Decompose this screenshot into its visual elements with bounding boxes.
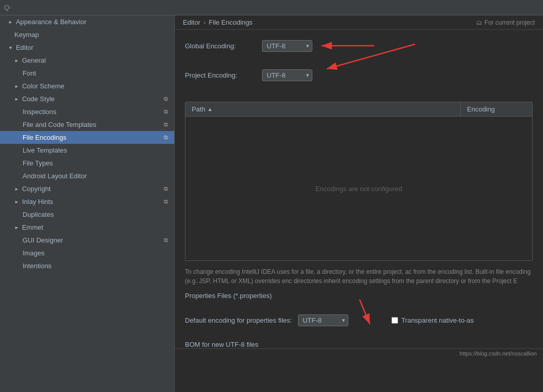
expand-icon-code-style: ► [14, 97, 19, 102]
properties-section: Properties Files (*.properties) Default … [185, 292, 533, 348]
sidebar-item-font[interactable]: Font [0, 67, 174, 80]
expand-icon-editor: ▼ [8, 45, 13, 50]
sidebar-label-file-encodings: File Encodings [23, 134, 66, 141]
sidebar-label-file-code-templates: File and Code Templates [23, 121, 97, 128]
breadcrumb-editor[interactable]: Editor [183, 18, 200, 26]
project-encoding-select[interactable]: UTF-8 ISO-8859-1 UTF-16 [262, 69, 312, 81]
properties-default-label: Default encoding for properties files: [185, 316, 292, 324]
properties-encoding-select[interactable]: UTF-8 ISO-8859-1 [298, 314, 348, 326]
sidebar-label-copyright: Copyright [22, 185, 51, 193]
for-project-label: For current project [484, 19, 535, 26]
project-encoding-row: Project Encoding: UTF-8 ISO-8859-1 UTF-1… [185, 60, 533, 90]
copy-icon-copyright: ⧉ [164, 185, 168, 192]
sidebar-label-appearance: Appearance & Behavior [16, 18, 86, 26]
bottom-url-bar: https://blog.csdn.net/noscallion [175, 348, 543, 358]
copy-icon-file-encodings: ⧉ [164, 134, 168, 141]
breadcrumb-file-encodings: File Encodings [209, 18, 252, 26]
transparent-checkbox[interactable] [391, 317, 398, 324]
sidebar-item-inspections[interactable]: Inspections ⧉ [0, 105, 174, 118]
table-header: Path ▲ Encoding [185, 102, 532, 117]
search-icon[interactable]: Q- [4, 4, 11, 11]
empty-message: Encodings are not configured [315, 185, 402, 193]
sidebar-label-emmet: Emmet [22, 223, 43, 231]
sidebar-item-code-style[interactable]: ► Code Style ⧉ [0, 92, 174, 105]
sidebar-label-editor: Editor [16, 44, 33, 51]
sidebar-item-intentions[interactable]: Intentions [0, 259, 174, 272]
properties-row: Default encoding for properties files: U… [185, 305, 533, 335]
sidebar-label-android-layout: Android Layout Editor [23, 172, 87, 180]
sidebar-label-font: Font [23, 69, 36, 77]
sidebar-label-gui-designer: GUI Designer [23, 236, 63, 244]
table-body: Encodings are not configured [185, 117, 532, 260]
bottom-url: https://blog.csdn.net/noscallion [460, 350, 537, 357]
expand-icon-general: ► [14, 58, 19, 63]
sidebar-item-emmet[interactable]: ► Emmet [0, 221, 174, 234]
global-encoding-label: Global Encoding: [185, 42, 257, 50]
expand-icon-inlay-hints: ► [14, 199, 19, 204]
sidebar-item-color-scheme[interactable]: ► Color Scheme [0, 80, 174, 92]
breadcrumb-separator: › [203, 18, 205, 26]
global-encoding-select-wrap: UTF-8 ISO-8859-1 UTF-16 [262, 40, 312, 52]
copy-icon-gui-designer: ⧉ [164, 237, 168, 244]
sidebar-item-file-types[interactable]: File Types [0, 157, 174, 170]
info-text: To change encoding IntelliJ IDEA uses fo… [185, 267, 533, 286]
sidebar-label-live-templates: Live Templates [23, 146, 67, 154]
properties-encoding-select-wrap: UTF-8 ISO-8859-1 [298, 314, 348, 326]
sidebar-item-file-encodings[interactable]: File Encodings ⧉ [0, 131, 174, 144]
project-icon: 🗂 [476, 19, 482, 26]
copy-icon-code-style: ⧉ [164, 96, 168, 102]
col-encoding-label: Encoding [467, 105, 495, 113]
sidebar-label-keymap: Keymap [14, 31, 39, 39]
col-path-header[interactable]: Path ▲ [185, 102, 460, 116]
sidebar-item-live-templates[interactable]: Live Templates [0, 144, 174, 157]
project-encoding-label: Project Encoding: [185, 71, 257, 79]
copy-icon-inspections: ⧉ [164, 108, 168, 115]
encoding-table: Path ▲ Encoding Encodings are not config… [185, 102, 533, 261]
red-arrow-project [323, 44, 425, 75]
sidebar-item-general[interactable]: ► General [0, 54, 174, 67]
content-inner: Editor › File Encodings 🗂 For current pr… [175, 15, 543, 392]
sidebar-label-images: Images [23, 249, 45, 257]
sidebar-item-images[interactable]: Images [0, 247, 174, 259]
copy-icon-inlay-hints: ⧉ [164, 198, 168, 205]
sidebar-item-inlay-hints[interactable]: ► Inlay Hints ⧉ [0, 195, 174, 208]
encoding-rows-container: Global Encoding: UTF-8 ISO-8859-1 UTF-16 [175, 30, 543, 102]
sidebar-item-appearance[interactable]: ► Appearance & Behavior [0, 15, 174, 28]
bom-row: BOM for new UTF-8 files [185, 341, 533, 348]
sidebar-item-copyright[interactable]: ► Copyright ⧉ [0, 182, 174, 195]
sidebar-item-gui-designer[interactable]: GUI Designer ⧉ [0, 234, 174, 247]
sidebar-item-keymap[interactable]: Keymap [0, 28, 174, 41]
for-current-project: 🗂 For current project [476, 19, 535, 26]
col-encoding-header[interactable]: Encoding [460, 102, 532, 116]
encoding-form: Global Encoding: UTF-8 ISO-8859-1 UTF-16 [175, 30, 543, 102]
properties-title: Properties Files (*.properties) [185, 292, 533, 300]
global-encoding-select[interactable]: UTF-8 ISO-8859-1 UTF-16 [262, 40, 312, 52]
sidebar: ► Appearance & Behavior Keymap ▼ Editor … [0, 15, 175, 392]
copy-icon-file-code-templates: ⧉ [164, 121, 168, 128]
col-path-label: Path [192, 105, 205, 113]
sidebar-label-inspections: Inspections [23, 108, 57, 116]
search-icon-wrap: Q- [4, 4, 11, 11]
breadcrumb: Editor › File Encodings 🗂 For current pr… [175, 15, 543, 30]
sidebar-label-inlay-hints: Inlay Hints [22, 198, 53, 206]
sidebar-item-file-code-templates[interactable]: File and Code Templates ⧉ [0, 118, 174, 131]
sidebar-label-duplicates: Duplicates [23, 211, 54, 218]
red-arrow-properties [354, 300, 385, 330]
top-search-bar: Q- [0, 0, 543, 15]
sidebar-label-color-scheme: Color Scheme [22, 82, 64, 90]
sidebar-label-file-types: File Types [23, 159, 53, 167]
bom-label: BOM for new UTF-8 files [185, 341, 258, 348]
sidebar-item-editor[interactable]: ▼ Editor [0, 41, 174, 54]
sort-icon: ▲ [208, 106, 213, 112]
sidebar-label-code-style: Code Style [22, 95, 55, 103]
expand-icon-copyright: ► [14, 186, 19, 192]
transparent-label: Transparent native-to-as [401, 316, 474, 324]
transparent-checkbox-wrap: Transparent native-to-as [391, 316, 474, 324]
content-panel: Editor › File Encodings 🗂 For current pr… [175, 15, 543, 392]
sidebar-item-android-layout[interactable]: Android Layout Editor [0, 170, 174, 182]
sidebar-item-duplicates[interactable]: Duplicates [0, 208, 174, 221]
expand-icon-emmet: ► [14, 225, 19, 230]
expand-icon-color-scheme: ► [14, 84, 19, 89]
sidebar-label-intentions: Intentions [23, 262, 51, 270]
svg-line-3 [327, 44, 415, 69]
